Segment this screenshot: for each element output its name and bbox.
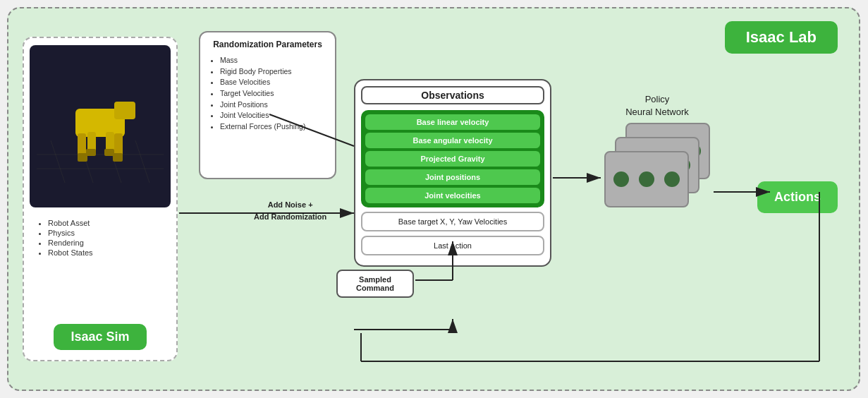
nn-circle-7 — [613, 171, 629, 187]
main-container: Isaac Lab — [7, 7, 860, 391]
obs-green-3: Joint positions — [365, 169, 540, 185]
robot-image — [30, 45, 171, 207]
randomization-box: Randomization Parameters Mass Rigid Body… — [199, 31, 336, 179]
rand-item-5: Joint Velocities — [220, 110, 325, 121]
robot-info-item-2: Physics — [48, 229, 164, 237]
robot-info-list: Robot Asset Physics Rendering Robot Stat… — [37, 219, 164, 258]
green-items-box: Base linear velocity Base angular veloci… — [361, 110, 544, 207]
robot-info-item-4: Robot States — [48, 248, 164, 257]
nn-circle-8 — [639, 171, 654, 187]
obs-green-1: Base angular velocity — [365, 133, 540, 148]
svg-rect-11 — [78, 153, 87, 162]
nn-circle-9 — [664, 171, 680, 187]
robot-info-item-1: Robot Asset — [48, 219, 164, 227]
rand-item-1: Rigid Body Properties — [220, 66, 325, 77]
sampled-command-box: Sampled Command — [336, 270, 414, 298]
svg-rect-8 — [114, 102, 135, 119]
rand-item-6: External Forces (Pushing) — [220, 121, 325, 132]
svg-rect-15 — [86, 149, 96, 156]
robot-svg — [37, 63, 164, 190]
randomization-title: Randomization Parameters — [210, 40, 325, 49]
rand-item-3: Target Velocities — [220, 88, 325, 99]
nn-stack — [604, 123, 710, 215]
nn-card-3 — [604, 151, 689, 207]
rand-item-4: Joint Positions — [220, 100, 325, 110]
actions-box: Actions — [757, 181, 838, 213]
rand-item-0: Mass — [220, 55, 325, 66]
randomization-list: Mass Rigid Body Properties Base Velociti… — [210, 55, 325, 132]
obs-green-0: Base linear velocity — [365, 114, 540, 130]
obs-white-1: Last Action — [361, 236, 544, 255]
observations-box: Observations Base linear velocity Base a… — [354, 79, 551, 267]
policy-box: Policy Neural Network — [601, 93, 714, 215]
observations-title: Observations — [361, 86, 544, 104]
policy-label: Policy Neural Network — [601, 93, 714, 119]
obs-green-4: Joint velocities — [365, 188, 540, 203]
obs-green-2: Projected Gravity — [365, 151, 540, 167]
isaac-sim-label: Isaac Sim — [54, 324, 146, 350]
rand-item-2: Base Velocities — [220, 77, 325, 88]
isaac-sim-box: Robot Asset Physics Rendering Robot Stat… — [23, 37, 178, 361]
svg-rect-12 — [113, 153, 123, 162]
isaac-lab-label: Isaac Lab — [725, 21, 838, 54]
add-noise-label: Add Noise + Add Randomization — [254, 199, 326, 222]
robot-info-item-3: Rendering — [48, 239, 164, 247]
obs-white-0: Base target X, Y, Yaw Velocities — [361, 212, 544, 231]
svg-rect-16 — [104, 149, 114, 156]
